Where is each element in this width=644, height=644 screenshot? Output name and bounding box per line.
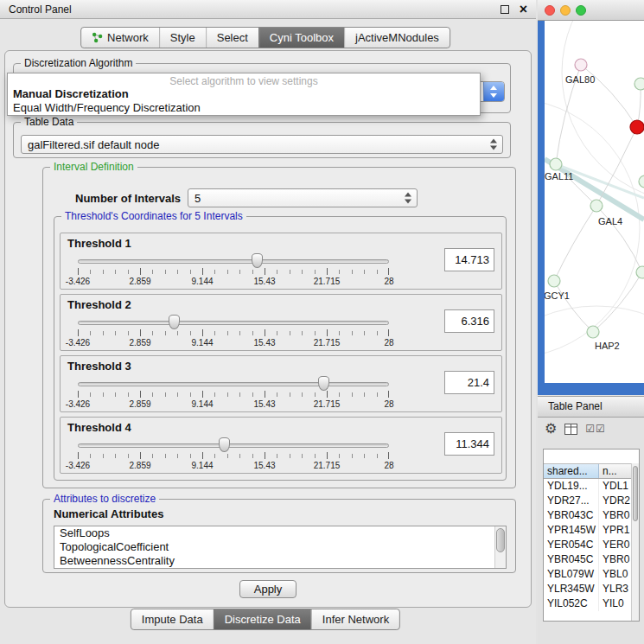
slider-track[interactable] — [78, 443, 389, 448]
cell: YPR145W — [544, 523, 599, 538]
slider-major-tick — [78, 452, 79, 459]
table-row[interactable]: YER054CYER0 — [544, 538, 639, 552]
column-header-shared-name[interactable]: shared... — [544, 464, 599, 478]
table-row[interactable]: YPR145WYPR1 — [544, 523, 639, 538]
threshold-block: Threshold 4 -3.426 — [60, 417, 502, 474]
slider-major-tick — [202, 268, 203, 275]
combobox-arrows-icon[interactable] — [483, 82, 504, 101]
node-label: GCY1 — [545, 290, 570, 301]
close-traffic-light-icon[interactable] — [545, 5, 555, 16]
network-node-selected[interactable] — [630, 120, 644, 134]
close-icon[interactable] — [520, 3, 527, 16]
zoom-traffic-light-icon[interactable] — [576, 5, 586, 16]
slider-track[interactable] — [78, 382, 389, 386]
slider-major-tick — [265, 268, 265, 275]
network-node[interactable] — [587, 326, 599, 338]
tab-impute-data[interactable]: Impute Data — [131, 609, 214, 629]
spinner-arrows-icon[interactable] — [405, 193, 412, 204]
scrollbar-thumb[interactable] — [633, 466, 638, 521]
slider-major-tick — [265, 391, 265, 398]
number-of-intervals-combobox[interactable]: 5 — [188, 188, 418, 207]
table-row[interactable]: YLR345WYLR3 — [544, 582, 639, 596]
threshold-label: Threshold 3 — [67, 360, 131, 373]
threshold-value-field[interactable]: 14.713 — [444, 248, 494, 271]
threshold-slider[interactable]: -3.426 2.859 9.144 15.43 21.715 28 — [78, 437, 389, 473]
table-row[interactable]: YDL19...YDL1 — [544, 479, 639, 494]
slider-major-tick — [265, 452, 265, 459]
tab-infer-network[interactable]: Infer Network — [311, 609, 399, 629]
cell: YBL079W — [544, 567, 599, 582]
slider-thumb[interactable] — [318, 376, 329, 391]
threshold-label: Threshold 2 — [67, 298, 131, 311]
tab-style[interactable]: Style — [159, 28, 206, 48]
cyni-toolbox-panel: Discretization Algorithm Table Data galF… — [4, 50, 532, 608]
spinner-arrows-icon[interactable] — [490, 139, 498, 150]
apply-button[interactable]: Apply — [239, 580, 296, 598]
threshold-slider[interactable]: -3.426 2.859 9.144 15.43 21.715 28 — [78, 314, 389, 350]
algorithm-dropdown-popup: Select algorithm to view settings Manual… — [7, 73, 481, 116]
threshold-slider[interactable]: -3.426 2.859 9.144 15.43 21.715 28 — [78, 252, 389, 289]
table-row[interactable]: YIL052CYIL0 — [544, 596, 639, 611]
network-node[interactable] — [634, 78, 644, 90]
slider-major-tick — [140, 329, 141, 336]
control-panel: Control Panel Network Style Select Cyni … — [0, 0, 536, 644]
table-row[interactable]: YBL079WYBL0 — [544, 567, 639, 582]
tab-network[interactable]: Network — [81, 28, 159, 48]
slider-major-tick — [327, 452, 328, 459]
columns-table-icon[interactable] — [564, 424, 577, 435]
dropdown-item-equal-width[interactable]: Equal Width/Frequency Discretization — [8, 101, 480, 115]
tab-select[interactable]: Select — [206, 28, 258, 48]
slider-track[interactable] — [78, 321, 389, 325]
list-item[interactable]: TopologicalCoefficient — [54, 540, 506, 554]
table-scrollbar[interactable] — [631, 463, 639, 621]
list-item[interactable]: SelfLoops — [54, 526, 506, 540]
threshold-label: Threshold 1 — [67, 237, 131, 250]
network-node[interactable] — [550, 158, 562, 170]
list-scrollbar[interactable] — [494, 526, 506, 568]
network-node[interactable] — [590, 200, 603, 212]
slider-track[interactable] — [78, 259, 389, 264]
network-canvas[interactable]: GAL80 GAL11 GAL4 GCY1 HAP2 — [545, 21, 644, 383]
network-node[interactable] — [548, 275, 560, 287]
control-panel-title: Control Panel — [9, 3, 501, 16]
cell: YLR345W — [544, 582, 599, 596]
tab-cyni-toolbox[interactable]: Cyni Toolbox — [258, 28, 344, 48]
threshold-value-field[interactable]: 6.316 — [444, 309, 494, 333]
slider-major-tick — [140, 391, 141, 398]
threshold-value-field[interactable]: 11.344 — [444, 432, 494, 456]
gear-icon[interactable] — [545, 422, 557, 436]
slider-major-tick — [202, 329, 203, 336]
slider-minor-ticks — [78, 270, 389, 274]
node-label: HAP2 — [595, 341, 620, 351]
table-row[interactable]: YDR27...YDR2 — [544, 494, 639, 508]
network-node[interactable] — [636, 266, 644, 278]
dropdown-item-manual-discretization[interactable]: Manual Discretization — [8, 87, 480, 101]
network-node[interactable] — [575, 59, 587, 71]
list-item[interactable]: BetweennessCentrality — [54, 554, 506, 568]
table-row[interactable]: YBR043CYBR0 — [544, 508, 639, 523]
number-of-intervals-value: 5 — [194, 192, 201, 205]
group-title: Interval Definition — [50, 161, 137, 173]
tab-discretize-data[interactable]: Discretize Data — [214, 609, 311, 629]
select-columns-icon[interactable] — [585, 423, 606, 435]
table-data-combobox[interactable]: galFiltered.sif default node — [21, 135, 503, 154]
screen: Control Panel Network Style Select Cyni … — [0, 0, 644, 644]
threshold-value-field[interactable]: 21.4 — [444, 371, 494, 394]
scrollbar-thumb[interactable] — [496, 528, 505, 552]
tab-jactivemnodules[interactable]: jActiveMNodules — [344, 28, 450, 48]
tab-label: jActiveMNodules — [355, 31, 439, 44]
slider-major-tick — [140, 452, 141, 459]
slider-minor-ticks — [78, 331, 389, 335]
network-icon — [92, 32, 103, 43]
slider-thumb[interactable] — [219, 437, 230, 452]
bottom-tab-bar: Impute Data Discretize Data Infer Networ… — [131, 609, 400, 630]
attributes-listbox[interactable]: SelfLoops TopologicalCoefficient Between… — [54, 526, 507, 569]
table-row[interactable]: YBR045CYBR0 — [544, 552, 639, 567]
float-window-icon[interactable] — [501, 5, 509, 14]
threshold-slider[interactable]: -3.426 2.859 9.144 15.43 21.715 28 — [78, 375, 389, 411]
minimize-traffic-light-icon[interactable] — [560, 5, 571, 16]
group-title: Threshold's Coordinates for 5 Intervals — [61, 210, 246, 222]
slider-thumb[interactable] — [252, 253, 263, 268]
slider-thumb[interactable] — [169, 315, 180, 329]
network-node[interactable] — [639, 175, 644, 188]
